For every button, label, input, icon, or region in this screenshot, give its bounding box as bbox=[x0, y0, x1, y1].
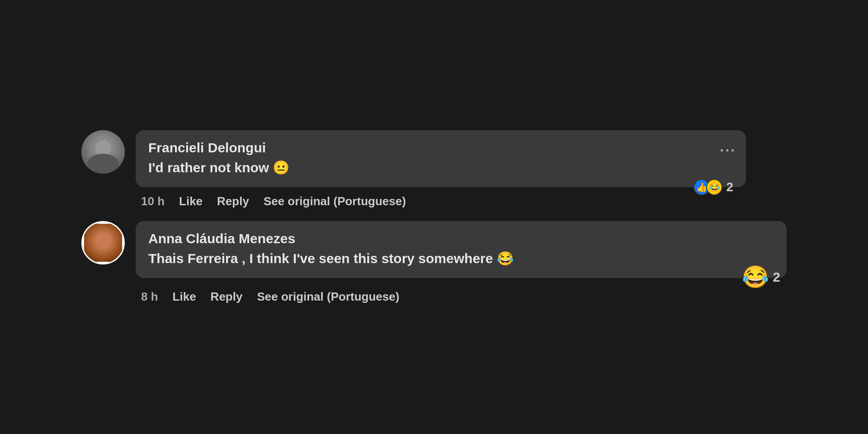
reply-button-1[interactable]: Reply bbox=[217, 194, 249, 208]
comment-bubble-1: Francieli Delongui I'd rather not know 😐… bbox=[136, 130, 746, 187]
comment-bubble-2: Anna Cláudia Menezes Thais Ferreira , I … bbox=[136, 221, 787, 278]
reaction-count-1: 2 bbox=[726, 180, 733, 194]
see-original-button-2[interactable]: See original (Portuguese) bbox=[257, 290, 399, 304]
see-original-button-1[interactable]: See original (Portuguese) bbox=[264, 194, 406, 208]
avatar-2 bbox=[81, 221, 125, 264]
comment-row-1: Francieli Delongui I'd rather not know 😐… bbox=[81, 130, 787, 208]
comment-text-2: Thais Ferreira , I think I've seen this … bbox=[148, 249, 774, 268]
avatar-1 bbox=[81, 130, 125, 174]
like-button-2[interactable]: Like bbox=[173, 290, 196, 304]
laugh-icon-1: 😂 bbox=[706, 179, 722, 195]
big-laugh-icon: 😂 bbox=[742, 266, 769, 288]
reaction-icons-1: 👍 😂 bbox=[693, 179, 722, 195]
comment-right-2: Anna Cláudia Menezes Thais Ferreira , I … bbox=[136, 221, 787, 304]
reactions-badge-1: 👍 😂 2 bbox=[693, 179, 733, 195]
mention-tag[interactable]: Thais Ferreira bbox=[148, 251, 238, 266]
comments-container: Francieli Delongui I'd rather not know 😐… bbox=[81, 112, 787, 322]
reactions-badge-2: 😂 2 bbox=[742, 266, 780, 288]
commenter-name-2: Anna Cláudia Menezes bbox=[148, 231, 774, 246]
comment-actions-1: 10 h Like Reply See original (Portuguese… bbox=[136, 194, 787, 208]
comment-text-1: I'd rather not know 😐 bbox=[148, 158, 733, 177]
comment-time-2: 8 h bbox=[141, 290, 158, 304]
comment-row-2: Anna Cláudia Menezes Thais Ferreira , I … bbox=[81, 221, 787, 304]
comment-actions-2: 8 h Like Reply See original (Portuguese) bbox=[136, 290, 787, 304]
like-button-1[interactable]: Like bbox=[179, 194, 203, 208]
reaction-count-2: 2 bbox=[773, 269, 780, 285]
comment-right-1: Francieli Delongui I'd rather not know 😐… bbox=[136, 130, 787, 208]
comment-time-1: 10 h bbox=[141, 194, 165, 208]
more-options-1[interactable]: ... bbox=[720, 138, 736, 155]
commenter-name-1: Francieli Delongui bbox=[148, 140, 733, 156]
reply-button-2[interactable]: Reply bbox=[211, 290, 243, 304]
